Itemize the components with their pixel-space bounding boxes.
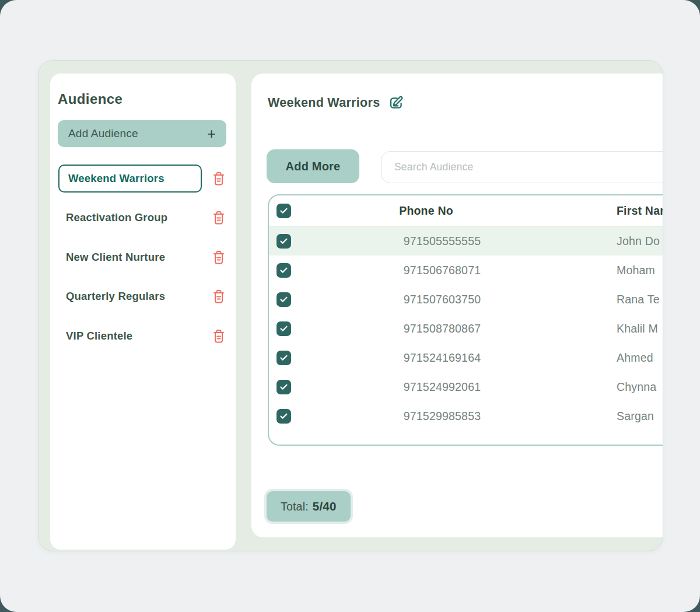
row-checkbox[interactable] — [276, 409, 291, 424]
phone-cell: 971529985853 — [305, 410, 579, 423]
phone-cell: 971524169164 — [305, 351, 579, 365]
plus-icon: + — [207, 127, 216, 141]
sidebar-item-new-client-nurture[interactable]: New Client Nurture — [66, 251, 165, 264]
first-name-cell: Moham — [579, 264, 663, 277]
first-name-cell: Ahmed — [579, 351, 663, 365]
trash-icon[interactable] — [212, 289, 226, 305]
total-badge: Total: 5/40 — [267, 491, 351, 522]
sidebar-item-reactivation-group[interactable]: Reactivation Group — [66, 211, 167, 224]
search-audience-input[interactable] — [381, 151, 663, 183]
sidebar-item-weekend-warriors[interactable]: Weekend Warriors — [58, 165, 202, 193]
table-row: 971506768071 Moham — [269, 256, 663, 285]
row-checkbox[interactable] — [276, 351, 291, 365]
total-label: Total: — [281, 500, 309, 513]
first-name-header: First Name — [579, 204, 663, 218]
audience-table: Phone No First Name 971505555555 John Do… — [268, 194, 663, 446]
first-name-cell: Sargan — [579, 410, 663, 423]
first-name-cell: Khalil M — [579, 322, 663, 335]
row-checkbox[interactable] — [276, 234, 291, 249]
table-row: 971524992061 Chynna — [269, 372, 663, 401]
audience-name-title: Weekend Warriors — [268, 96, 380, 110]
add-audience-button[interactable]: Add Audience + — [58, 120, 226, 147]
sidebar-item-vip-clientele[interactable]: VIP Clientele — [66, 330, 132, 342]
sidebar-row: VIP Clientele — [50, 322, 236, 350]
trash-icon[interactable] — [212, 328, 226, 344]
first-name-cell: John Do — [579, 235, 663, 248]
audience-manager-window: Audience Add Audience + Weekend Warriors — [38, 60, 663, 551]
phone-cell: 971507603750 — [305, 293, 579, 306]
phone-cell: 971506768071 — [305, 264, 579, 277]
add-audience-label: Add Audience — [68, 127, 138, 140]
table-row: 971524169164 Ahmed — [269, 343, 663, 372]
audience-detail-panel: Weekend Warriors Add More — [251, 74, 663, 537]
phone-cell: 971508780867 — [305, 322, 579, 335]
add-more-button[interactable]: Add More — [267, 149, 359, 183]
trash-icon[interactable] — [212, 250, 226, 265]
table-row: 971505555555 John Do — [269, 226, 663, 256]
phone-no-header: Phone No — [305, 204, 579, 218]
sidebar-row: New Client Nurture — [50, 243, 236, 271]
row-checkbox[interactable] — [276, 263, 291, 278]
sidebar-item-label: Weekend Warriors — [68, 172, 164, 185]
select-all-checkbox[interactable] — [276, 204, 291, 218]
sidebar-row: Quarterly Regulars — [50, 282, 236, 310]
phone-cell: 971524992061 — [305, 380, 579, 394]
audience-sidebar: Audience Add Audience + Weekend Warriors — [50, 74, 236, 550]
table-row: 971508780867 Khalil M — [269, 314, 663, 343]
sidebar-row: Weekend Warriors — [50, 165, 236, 193]
pencil-square-icon[interactable] — [388, 95, 405, 111]
table-header-row: Phone No First Name — [269, 195, 663, 226]
app-surface: Audience Add Audience + Weekend Warriors — [0, 0, 700, 612]
sidebar-title: Audience — [58, 91, 123, 107]
row-checkbox[interactable] — [276, 380, 291, 394]
row-checkbox[interactable] — [276, 292, 291, 307]
table-row: 971507603750 Rana Te — [269, 285, 663, 314]
phone-cell: 971505555555 — [305, 235, 579, 248]
trash-icon[interactable] — [212, 171, 226, 187]
table-row: 971529985853 Sargan — [269, 401, 663, 431]
panel-header: Weekend Warriors — [268, 95, 405, 111]
trash-icon[interactable] — [212, 210, 226, 226]
first-name-cell: Chynna — [579, 380, 663, 394]
sidebar-row: Reactivation Group — [50, 204, 236, 232]
total-value: 5/40 — [313, 499, 337, 513]
sidebar-item-quarterly-regulars[interactable]: Quarterly Regulars — [66, 290, 165, 303]
first-name-cell: Rana Te — [579, 293, 663, 306]
row-checkbox[interactable] — [276, 321, 291, 336]
